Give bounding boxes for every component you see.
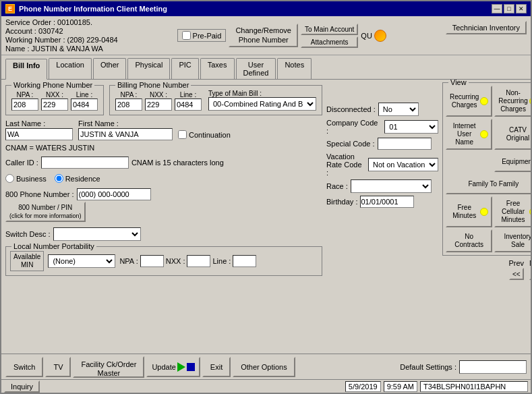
first-name-label: First Name : — [78, 119, 173, 128]
phone-800-input[interactable] — [77, 188, 151, 200]
tab-pic[interactable]: PIC — [171, 58, 198, 79]
change-remove-button[interactable]: Change/Remove Phone Number — [229, 24, 298, 47]
internet-user-name-button[interactable]: Internet User Name — [446, 119, 492, 150]
birthday-input[interactable] — [360, 196, 414, 208]
tab-bill-info[interactable]: Bill Info — [5, 59, 47, 80]
tab-location[interactable]: Location — [49, 58, 92, 79]
billing-npa-input[interactable] — [115, 98, 142, 111]
default-settings-label: Default Settings : — [400, 363, 456, 371]
view-section-label: View — [448, 79, 469, 86]
play-icon — [177, 362, 185, 372]
attachments-button[interactable]: Attachments — [301, 36, 358, 48]
facility-button[interactable]: Facility Ck/Order Master — [73, 356, 144, 378]
working-npa-input[interactable] — [11, 98, 38, 111]
type-main-select[interactable]: 00-Combined Rating And Billing — [208, 97, 316, 111]
close-button[interactable]: ✕ — [516, 4, 527, 13]
special-code-label: Special Code : — [326, 140, 375, 148]
last-name-group: Last Name : — [5, 119, 73, 140]
first-name-input[interactable] — [78, 128, 173, 140]
catv-original-button[interactable]: CATV Original — [494, 119, 531, 150]
company-code-row: Company Code : 01 — [326, 119, 438, 135]
last-name-input[interactable] — [5, 128, 73, 140]
nxx-label-w: NXX : — [46, 91, 63, 98]
internet-dot — [480, 130, 488, 138]
radio-residence[interactable]: Residence — [55, 174, 100, 183]
company-code-select[interactable]: 01 — [384, 120, 438, 134]
restore-button[interactable]: □ — [504, 4, 514, 13]
lnp-npa-input[interactable] — [140, 255, 164, 267]
default-settings-input[interactable] — [459, 360, 527, 374]
next-button[interactable]: >> — [529, 268, 531, 280]
working-nxx-input[interactable] — [41, 98, 68, 111]
continuation-checkbox[interactable] — [178, 130, 187, 139]
status-bar: Inquiry 5/9/2019 9:59 AM T34BLSPHN01I1BA… — [1, 379, 531, 393]
npa-label-w: NPA : — [17, 91, 34, 98]
tv-button[interactable]: TV — [45, 357, 71, 377]
view-grid: Recurring Charges Non-Recurring Charges … — [446, 86, 531, 252]
caller-id-input[interactable] — [41, 157, 129, 169]
lnp-nxx-input[interactable] — [187, 255, 210, 267]
service-order-line: Service Order : 00100185. — [5, 18, 118, 26]
switch-button[interactable]: Switch — [5, 357, 43, 377]
billing-line-input[interactable] — [175, 98, 202, 111]
tab-physical[interactable]: Physical — [127, 58, 170, 79]
free-cellular-minutes-button[interactable]: Free Cellular Minutes — [494, 196, 531, 227]
status-code: T34BLSPHN01I1BAPHN — [420, 381, 528, 392]
inquiry-button[interactable]: Inquiry — [4, 381, 40, 393]
exit-button[interactable]: Exit — [202, 357, 231, 377]
other-options-button[interactable]: Other Options — [233, 357, 295, 377]
account-line: Account : 030742 — [5, 27, 118, 35]
vacation-select[interactable]: Not on Vacation — [368, 158, 438, 171]
switch-desc-select[interactable] — [53, 227, 141, 241]
prepaid-label: Pre-Paid — [193, 32, 222, 40]
name-row: Last Name : First Name : Continuation — [5, 119, 322, 140]
birthday-row: Birthday : — [326, 196, 438, 208]
update-button[interactable]: Update — [146, 357, 200, 377]
working-line-input[interactable] — [71, 98, 98, 111]
disconnected-select[interactable]: No Yes — [378, 103, 419, 116]
minimize-button[interactable]: — — [492, 4, 502, 13]
billing-nxx-input[interactable] — [145, 98, 172, 111]
tab-taxes[interactable]: Taxes — [200, 58, 235, 79]
tab-notes[interactable]: Notes — [277, 58, 312, 79]
family-to-family-button[interactable]: Family To Family — [446, 174, 531, 194]
working-phone-group: Working Phone Number NPA : NXX : Line : — [5, 85, 104, 115]
switch-desc-row: Switch Desc : — [5, 227, 322, 241]
equipment-button[interactable]: Equipment — [494, 152, 531, 172]
stop-icon — [187, 363, 195, 371]
lnp-line-label: Line : — [212, 257, 231, 265]
radio-business[interactable]: Business — [5, 174, 47, 183]
prepaid-checkbox[interactable] — [182, 31, 191, 40]
race-select[interactable] — [351, 179, 432, 193]
next-label: Next — [529, 259, 531, 267]
recurring-charges-button[interactable]: Recurring Charges — [446, 86, 492, 117]
no-contracts-button[interactable]: No Contracts — [446, 229, 492, 252]
pin-button[interactable]: 800 Number / PIN (click for more informa… — [5, 202, 86, 222]
company-code-label: Company Code : — [326, 119, 382, 135]
tab-user-defined[interactable]: User Defined — [236, 58, 276, 79]
status-date: 5/9/2019 — [345, 381, 381, 392]
non-recurring-charges-button[interactable]: Non-Recurring Charges — [494, 86, 531, 117]
inventory-sale-button[interactable]: Inventory Sale — [494, 229, 531, 252]
tab-other[interactable]: Other — [93, 58, 127, 79]
prev-button[interactable]: << — [509, 268, 524, 280]
line-label-b: Line : — [180, 91, 196, 98]
technician-inventory-button[interactable]: Technician Inventory — [446, 21, 527, 34]
free-minutes-button[interactable]: Free Minutes — [446, 196, 492, 227]
birthday-label: Birthday : — [326, 198, 357, 206]
account-label: Account : — [5, 27, 36, 35]
vacation-label: Vacation Rate Code : — [326, 152, 365, 177]
name-label: Name : — [5, 45, 29, 53]
special-code-input[interactable] — [378, 138, 432, 150]
qu-indicator — [374, 30, 386, 42]
recurring-dot — [480, 97, 488, 105]
center-column: Disconnected : No Yes Company Code : 01 … — [326, 82, 438, 351]
service-order-value: 00100185. — [57, 18, 92, 26]
cnam-note: CNAM is 15 characters long — [131, 159, 224, 167]
account-value: 030742 — [38, 27, 63, 35]
lnp-line-input[interactable] — [233, 255, 256, 267]
window-title: Phone Number Information Client Meeting — [19, 5, 167, 13]
title-bar: E Phone Number Information Client Meetin… — [1, 1, 531, 16]
to-main-account-button[interactable]: To Main Account — [301, 24, 358, 35]
lnp-none-select[interactable]: (None) — [48, 254, 115, 268]
